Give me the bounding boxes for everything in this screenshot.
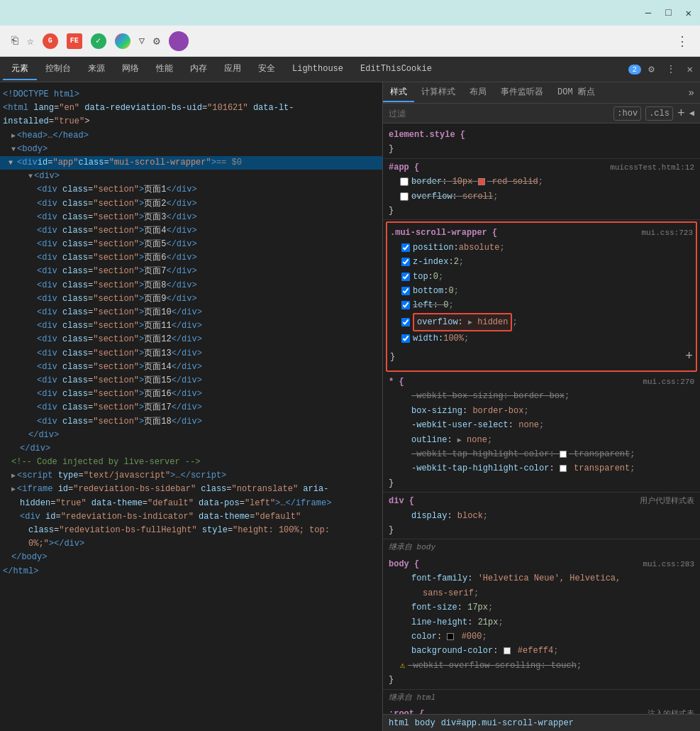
breadcrumb-app[interactable]: div#app.mui-scroll-wrapper [441,718,574,728]
prop-top-checkbox[interactable] [401,273,410,281]
add-rule-button[interactable]: + [685,346,693,368]
prop-overflow-checkbox[interactable] [400,192,409,201]
prop-width-checkbox[interactable] [401,334,410,343]
prop-z-index: z-index: 2; [390,255,693,269]
html-page4: <div class="section">页面4</div> [3,224,379,238]
prop-webkit-tap1-val: -webkit-tap-highlight-color: transparent [400,447,630,461]
html-close-div1: </div> [3,429,379,442]
color-swatch-white1[interactable] [560,451,567,458]
warning-icon: ⚠ [400,659,405,673]
html-page1: <div class="section">页面1</div> [3,183,379,197]
tab-application[interactable]: 应用 [216,58,250,80]
color-swatch-black[interactable] [447,633,454,640]
html-page17: <div class="section">页面17</div> [3,401,379,414]
html-page3: <div class="section">页面3</div> [3,211,379,224]
prop-overflow-hidden-checkbox[interactable] [401,318,410,326]
css-source-div: 用户代理样式表 [640,495,694,508]
add-property-button[interactable]: + [677,106,685,121]
share-icon[interactable]: ⎗ [11,35,18,48]
maximize-button[interactable]: □ [665,7,671,18]
css-rule-app: #app { muicssTest.html:12 border: 10px- … [383,159,700,221]
html-line-body[interactable]: <body> [3,143,379,156]
tab-layout[interactable]: 布局 [462,83,494,102]
hov-button[interactable]: :hov [613,106,641,121]
css-selector-div: div { [389,494,414,508]
css-rule-body: body { mui.css:283 font-family: 'Helveti… [383,556,700,690]
prop-zindex-checkbox[interactable] [401,258,410,266]
css-close-star: } [389,476,694,490]
prop-border: border: 10px- red solid; [389,175,694,189]
tab-sources[interactable]: 来源 [79,58,113,80]
prop-width: width: 100%; [390,331,693,346]
prop-left-checkbox[interactable] [401,301,410,309]
styles-content: element.style { } #app { muicssTest.html… [383,123,700,714]
prop-webkit-box-sizing: -webkit-box-sizing: border-box; [389,389,694,403]
html-script[interactable]: <script type="text/javascript">…</script… [3,469,379,483]
breadcrumb-html[interactable]: html [389,718,409,728]
tab-security[interactable]: 安全 [250,58,284,80]
css-selector-element: element.style { [389,128,465,142]
color-swatch-bg[interactable] [504,647,511,654]
tab-memory[interactable]: 内存 [182,58,216,80]
minimize-button[interactable]: — [645,7,651,18]
more-options-icon[interactable]: ⋮ [676,33,689,49]
titlebar-controls: — □ ✕ [645,7,691,19]
tab-network[interactable]: 网络 [113,58,148,80]
close-button[interactable]: ✕ [686,7,691,19]
prop-font-family: font-family: 'Helvetica Neue', Helvetica… [389,571,694,586]
prop-display-val: display: block [400,509,483,523]
html-iframe2: hidden="true" data-theme="default" data-… [3,497,379,510]
prop-width-name: width [413,331,438,346]
html-div-redeviation2: class="redeviation-bs-fullHeight" style=… [3,524,379,537]
prop-overflow-hidden-value: hidden [477,317,508,327]
devtools-close-icon[interactable]: ✕ [683,62,697,77]
html-line-head[interactable]: <head>…</head> [3,129,379,143]
browser-chrome: ⎗ ☆ G FE ✓ ▽ ⚙ ⋮ [0,26,700,57]
prop-position-checkbox[interactable] [401,243,410,252]
prop-color-val: color: #000 [400,630,482,644]
css-rule-mui-scroll-wrapper: .mui-scroll-wrapper { mui.css:723 positi… [386,221,697,372]
tab-elements[interactable]: 元素 [3,58,37,80]
html-close-div2: </div> [3,442,379,456]
tab-styles[interactable]: 样式 [383,83,414,102]
tab-dom-breakpoints[interactable]: DOM 断点 [550,83,602,102]
html-page18: <div class="section">页面18</div> [3,415,379,429]
tab-console[interactable]: 控制台 [37,58,79,80]
prop-outline: outline: ▶ none; [389,433,694,447]
prop-position-value: absolute [459,241,500,255]
prop-webkit-box-sizing-name: -webkit-box-sizing: border-box [400,389,565,403]
prop-line-height-val: line-height: 21px [400,615,498,630]
devtools-settings-icon[interactable]: ⚙ [644,62,658,77]
tab-computed[interactable]: 计算样式 [414,83,462,102]
html-iframe1[interactable]: <iframe id="redeviation-bs-sidebar" clas… [3,483,379,496]
css-selector-root: :root { [389,707,424,714]
prop-bottom: bottom: 0; [390,284,693,298]
tab-more-icon[interactable]: » [683,84,700,101]
filter-input[interactable] [389,109,608,119]
expand-panel-button[interactable]: ◀ [689,108,694,119]
html-page12: <div class="section">页面12</div> [3,333,379,346]
color-swatch-red[interactable] [478,178,485,185]
breadcrumb-body[interactable]: body [415,718,435,728]
prop-bottom-checkbox[interactable] [401,287,410,295]
tab-editthiscookie[interactable]: EditThisCookie [352,60,440,79]
cls-button[interactable]: .cls [645,106,673,121]
html-line-div-open[interactable]: <div> [3,170,379,183]
css-rule-root: :root { 注入的样式表 --lt-color-gray-100: #f8f… [383,705,700,714]
devtools-more-icon[interactable]: ⋮ [662,62,680,77]
prop-overflow-name: overflow: scroll [411,189,493,204]
css-selector-mui: .mui-scroll-wrapper { [390,226,497,240]
html-line-app-selected[interactable]: <div id="app" class="mui-scroll-wrapper"… [3,156,379,170]
html-div-redeviation1: <div id="redeviation-bs-indicator" data-… [3,510,379,524]
prop-border-checkbox[interactable] [400,177,409,186]
star-icon[interactable]: ☆ [27,34,34,48]
color-swatch-white2[interactable] [560,465,567,472]
filter-bar: :hov .cls + ◀ [383,104,700,123]
css-source-star: mui.css:270 [643,375,694,389]
tab-event-listeners[interactable]: 事件监听器 [494,83,550,102]
tab-performance[interactable]: 性能 [148,58,182,80]
html-close-body: </body> [3,551,379,564]
titlebar: — □ ✕ [0,0,700,26]
devtools-tabs: 元素 控制台 来源 网络 性能 内存 应用 安全 Lighthouse Edit… [0,57,700,82]
tab-lighthouse[interactable]: Lighthouse [284,60,352,79]
